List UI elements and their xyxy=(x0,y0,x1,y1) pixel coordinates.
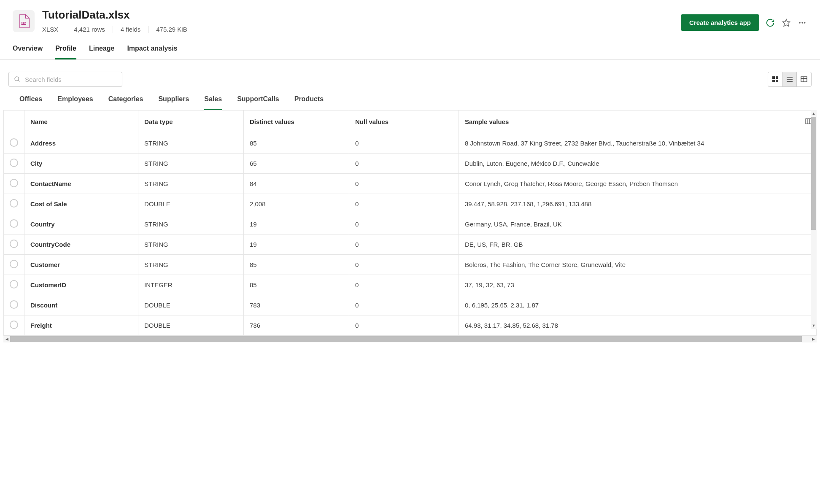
field-name: Country xyxy=(24,214,138,234)
search-field[interactable] xyxy=(8,72,122,87)
row-selector[interactable] xyxy=(4,234,24,255)
column-header-name[interactable]: Name xyxy=(24,111,138,133)
table-row[interactable]: CustomerIDINTEGER85037, 19, 32, 63, 73 xyxy=(4,275,817,295)
field-sample: 8 Johnstown Road, 37 King Street, 2732 B… xyxy=(459,133,817,154)
table-row[interactable]: CountrySTRING190Germany, USA, France, Br… xyxy=(4,214,817,234)
field-type: DOUBLE xyxy=(138,315,244,336)
svg-rect-9 xyxy=(776,76,778,79)
table-row[interactable]: ContactNameSTRING840Conor Lynch, Greg Th… xyxy=(4,174,817,194)
list-view-button[interactable] xyxy=(782,72,797,86)
row-selector[interactable] xyxy=(4,194,24,214)
favorite-icon[interactable] xyxy=(781,18,791,28)
field-name: Customer xyxy=(24,255,138,275)
field-distinct: 65 xyxy=(244,154,349,174)
field-type: STRING xyxy=(138,214,244,234)
field-type: DOUBLE xyxy=(138,194,244,214)
table-row[interactable]: Cost of SaleDOUBLE2,008039.447, 58.928, … xyxy=(4,194,817,214)
field-sample: 64.93, 31.17, 34.85, 52.68, 31.78 xyxy=(459,315,817,336)
field-type: INTEGER xyxy=(138,275,244,295)
radio-icon xyxy=(10,300,18,309)
svg-point-6 xyxy=(15,77,19,81)
search-input[interactable] xyxy=(25,76,117,83)
svg-rect-10 xyxy=(772,80,775,82)
field-distinct: 84 xyxy=(244,174,349,194)
row-selector[interactable] xyxy=(4,214,24,234)
row-selector[interactable] xyxy=(4,154,24,174)
table-view-button[interactable] xyxy=(797,72,811,86)
column-header-sample-values[interactable]: Sample values xyxy=(459,111,817,133)
scroll-down-icon[interactable]: ▼ xyxy=(811,322,817,329)
scroll-right-icon[interactable]: ▶ xyxy=(810,336,817,342)
sheet-tab-categories[interactable]: Categories xyxy=(108,95,143,110)
tab-profile[interactable]: Profile xyxy=(55,45,76,59)
sheet-tab-products[interactable]: Products xyxy=(294,95,324,110)
radio-icon xyxy=(10,159,18,167)
horizontal-scrollbar[interactable]: ◀ ▶ xyxy=(3,336,817,342)
field-sample: Germany, USA, France, Brazil, UK xyxy=(459,214,817,234)
field-nulls: 0 xyxy=(349,133,459,154)
table-row[interactable]: FreightDOUBLE736064.93, 31.17, 34.85, 52… xyxy=(4,315,817,336)
field-distinct: 736 xyxy=(244,315,349,336)
radio-icon xyxy=(10,240,18,248)
refresh-icon[interactable] xyxy=(765,18,775,28)
svg-point-3 xyxy=(799,22,801,23)
field-sample: Dublin, Luton, Eugene, México D.F., Cune… xyxy=(459,154,817,174)
field-distinct: 85 xyxy=(244,255,349,275)
svg-marker-2 xyxy=(783,19,790,26)
table-row[interactable]: CitySTRING650Dublin, Luton, Eugene, Méxi… xyxy=(4,154,817,174)
tab-impact-analysis[interactable]: Impact analysis xyxy=(127,45,177,59)
sheet-tab-employees[interactable]: Employees xyxy=(57,95,93,110)
field-type: STRING xyxy=(138,154,244,174)
radio-icon xyxy=(10,199,18,208)
create-analytics-button[interactable]: Create analytics app xyxy=(681,14,759,31)
field-sample: Boleros, The Fashion, The Corner Store, … xyxy=(459,255,817,275)
field-name: Discount xyxy=(24,295,138,315)
field-name: Freight xyxy=(24,315,138,336)
sheet-tab-supportcalls[interactable]: SupportCalls xyxy=(237,95,279,110)
field-type: STRING xyxy=(138,133,244,154)
svg-line-7 xyxy=(18,80,19,81)
search-icon xyxy=(14,75,21,83)
row-selector[interactable] xyxy=(4,133,24,154)
tab-overview[interactable]: Overview xyxy=(13,45,43,59)
field-name: City xyxy=(24,154,138,174)
table-row[interactable]: CountryCodeSTRING190DE, US, FR, BR, GB xyxy=(4,234,817,255)
table-row[interactable]: AddressSTRING8508 Johnstown Road, 37 Kin… xyxy=(4,133,817,154)
field-nulls: 0 xyxy=(349,154,459,174)
file-size: 475.29 KiB xyxy=(156,26,187,33)
field-distinct: 783 xyxy=(244,295,349,315)
field-sample: Conor Lynch, Greg Thatcher, Ross Moore, … xyxy=(459,174,817,194)
column-header-null-values[interactable]: Null values xyxy=(349,111,459,133)
vertical-scrollbar[interactable]: ▲ ▼ xyxy=(811,110,817,329)
field-sample: 37, 19, 32, 63, 73 xyxy=(459,275,817,295)
table-row[interactable]: DiscountDOUBLE78300, 6.195, 25.65, 2.31,… xyxy=(4,295,817,315)
sheet-tab-sales[interactable]: Sales xyxy=(204,95,222,110)
row-count: 4,421 rows xyxy=(74,26,105,33)
column-header-distinct-values[interactable]: Distinct values xyxy=(244,111,349,133)
select-column-header xyxy=(4,111,24,133)
field-count: 4 fields xyxy=(121,26,141,33)
scroll-left-icon[interactable]: ◀ xyxy=(3,336,10,342)
sheet-tab-offices[interactable]: Offices xyxy=(19,95,42,110)
tab-lineage[interactable]: Lineage xyxy=(89,45,114,59)
field-name: Cost of Sale xyxy=(24,194,138,214)
table-row[interactable]: CustomerSTRING850Boleros, The Fashion, T… xyxy=(4,255,817,275)
field-distinct: 19 xyxy=(244,234,349,255)
row-selector[interactable] xyxy=(4,174,24,194)
column-header-data-type[interactable]: Data type xyxy=(138,111,244,133)
field-type: STRING xyxy=(138,234,244,255)
radio-icon xyxy=(10,138,18,147)
sheet-tab-suppliers[interactable]: Suppliers xyxy=(158,95,189,110)
more-menu-icon[interactable] xyxy=(797,18,807,28)
row-selector[interactable] xyxy=(4,315,24,336)
field-distinct: 19 xyxy=(244,214,349,234)
field-name: CountryCode xyxy=(24,234,138,255)
row-selector[interactable] xyxy=(4,275,24,295)
row-selector[interactable] xyxy=(4,295,24,315)
row-selector[interactable] xyxy=(4,255,24,275)
scroll-up-icon[interactable]: ▲ xyxy=(811,110,817,117)
grid-view-button[interactable] xyxy=(768,72,782,86)
field-distinct: 85 xyxy=(244,133,349,154)
field-type: STRING xyxy=(138,174,244,194)
field-distinct: 85 xyxy=(244,275,349,295)
